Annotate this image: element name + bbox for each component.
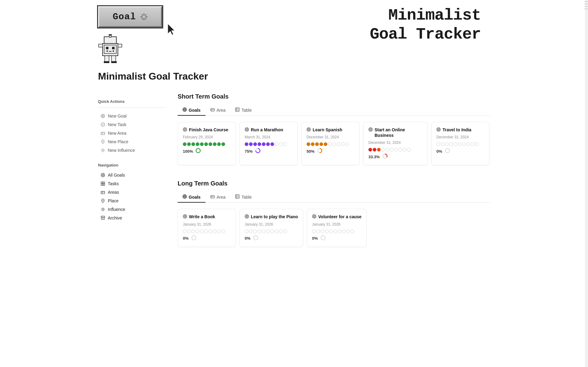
goal-card[interactable]: Volunteer for a cause January 31, 2026 0… bbox=[307, 209, 367, 247]
svg-point-32 bbox=[103, 141, 104, 142]
goal-card[interactable]: Write a Book January 31, 2026 0% bbox=[178, 209, 236, 247]
tab-short-goals[interactable]: Goals bbox=[178, 105, 205, 116]
progress-pct: 0% bbox=[312, 236, 318, 241]
progress-spinner bbox=[191, 235, 197, 242]
tab-table-icon bbox=[235, 107, 239, 113]
card-date: February 29, 2024 bbox=[183, 135, 231, 139]
progress-dot-empty bbox=[345, 142, 349, 146]
svg-point-82 bbox=[438, 129, 439, 130]
progress-row: 33.3% bbox=[368, 153, 422, 160]
progress-dot-empty bbox=[196, 230, 199, 233]
tab-long-table[interactable]: Table bbox=[230, 192, 256, 203]
progress-dot-empty bbox=[262, 230, 266, 233]
svg-point-100 bbox=[247, 216, 247, 217]
card-title: Finish Java Course bbox=[189, 127, 228, 133]
svg-point-34 bbox=[101, 148, 105, 152]
progress-dot-empty bbox=[341, 142, 345, 146]
pixel-button[interactable]: Goal bbox=[98, 6, 162, 28]
progress-dot-empty bbox=[213, 230, 217, 233]
all-goals-label: All Goals bbox=[108, 173, 125, 178]
progress-dot bbox=[311, 142, 315, 146]
svg-rect-19 bbox=[99, 44, 103, 47]
sidebar-item-influence[interactable]: Influence bbox=[98, 205, 165, 213]
progress-dot-empty bbox=[328, 142, 332, 146]
progress-dot bbox=[307, 142, 310, 146]
all-goals-icon bbox=[100, 173, 105, 178]
svg-point-105 bbox=[321, 236, 325, 240]
tab-long-goals[interactable]: Goals bbox=[178, 192, 205, 203]
tasks-icon bbox=[100, 181, 105, 186]
sidebar-item-new-task[interactable]: New Task bbox=[98, 121, 165, 129]
goal-card[interactable]: Learn Spanish December 31, 2024 50% bbox=[301, 122, 360, 165]
sidebar-item-new-goal[interactable]: New Goal bbox=[98, 112, 165, 120]
sidebar-item-new-area[interactable]: New Area bbox=[98, 129, 165, 137]
svg-rect-16 bbox=[104, 37, 116, 43]
progress-dot bbox=[245, 142, 248, 146]
progress-dot-empty bbox=[183, 230, 187, 233]
svg-rect-41 bbox=[103, 184, 105, 185]
card-date: January 31, 2026 bbox=[312, 222, 361, 227]
progress-dot-empty bbox=[245, 230, 248, 233]
svg-rect-23 bbox=[104, 61, 109, 63]
progress-dot bbox=[196, 142, 199, 146]
progress-dot bbox=[249, 142, 253, 146]
svg-rect-18 bbox=[109, 34, 112, 36]
sidebar-item-areas[interactable]: Areas bbox=[98, 188, 165, 196]
progress-dots bbox=[312, 230, 361, 233]
progress-pct: 75% bbox=[245, 149, 253, 154]
progress-dots bbox=[183, 230, 231, 233]
tab-short-table[interactable]: Table bbox=[230, 105, 256, 116]
sidebar-item-new-place[interactable]: New Place bbox=[98, 138, 165, 146]
tasks-label: Tasks bbox=[108, 181, 119, 186]
progress-dot-empty bbox=[258, 230, 261, 233]
sidebar-item-new-influence[interactable]: New Influence bbox=[98, 146, 165, 154]
sidebar-item-place[interactable]: Place bbox=[98, 197, 165, 205]
progress-pct: 33.3% bbox=[368, 155, 380, 159]
short-term-section: Short Term Goals Goals Area bbox=[178, 93, 490, 168]
progress-dot-empty bbox=[191, 230, 195, 233]
progress-dots bbox=[183, 142, 231, 146]
progress-dots bbox=[245, 230, 298, 233]
svg-rect-57 bbox=[236, 108, 239, 111]
svg-point-64 bbox=[196, 148, 200, 153]
svg-point-101 bbox=[254, 236, 258, 240]
goal-card[interactable]: Start an Online Business December 31, 20… bbox=[363, 122, 428, 165]
card-goal-icon bbox=[183, 127, 187, 133]
sidebar-item-all-goals[interactable]: All Goals bbox=[98, 171, 165, 179]
progress-dot-empty bbox=[381, 148, 385, 152]
svg-point-27 bbox=[103, 116, 103, 116]
svg-point-45 bbox=[103, 200, 104, 201]
short-term-title: Short Term Goals bbox=[178, 93, 490, 100]
sidebar-item-tasks[interactable]: Tasks bbox=[98, 180, 165, 188]
tab-short-area[interactable]: Area bbox=[205, 105, 231, 116]
goal-card[interactable]: Run a Marathon March 31, 2024 75% bbox=[239, 122, 298, 165]
new-place-label: New Place bbox=[108, 139, 128, 144]
progress-dot-empty bbox=[403, 148, 406, 152]
sidebar-item-archive[interactable]: Archive bbox=[98, 214, 165, 222]
short-term-cards: Finish Java Course February 29, 2024 100… bbox=[178, 122, 490, 168]
scrollbar-marker bbox=[584, 4, 588, 4]
progress-dot-empty bbox=[398, 148, 402, 152]
svg-rect-22 bbox=[111, 56, 116, 62]
progress-pct: 0% bbox=[436, 149, 442, 154]
progress-dot-empty bbox=[249, 230, 253, 233]
tab-area-icon bbox=[210, 107, 215, 113]
tab-long-area[interactable]: Area bbox=[205, 192, 231, 203]
progress-dots bbox=[436, 142, 484, 146]
goal-card[interactable]: Finish Java Course February 29, 2024 100… bbox=[178, 122, 236, 165]
progress-dot-empty bbox=[270, 230, 274, 233]
scrollbar[interactable] bbox=[585, 0, 588, 367]
pixel-robot bbox=[98, 34, 123, 65]
progress-dot bbox=[209, 142, 212, 146]
card-header: Learn Spanish bbox=[307, 127, 354, 133]
card-goal-icon bbox=[436, 127, 441, 133]
svg-rect-90 bbox=[236, 195, 239, 198]
header-area: Goal bbox=[98, 0, 490, 65]
progress-dot-empty bbox=[436, 142, 440, 146]
goal-card[interactable]: Learn to play the Piano January 31, 2026… bbox=[239, 209, 303, 247]
goal-card[interactable]: Travel to India December 31, 2024 0% bbox=[431, 122, 489, 165]
card-header: Run a Marathon bbox=[245, 127, 292, 133]
progress-dot bbox=[213, 142, 217, 146]
progress-dot-empty bbox=[475, 142, 479, 146]
svg-line-7 bbox=[145, 15, 146, 16]
